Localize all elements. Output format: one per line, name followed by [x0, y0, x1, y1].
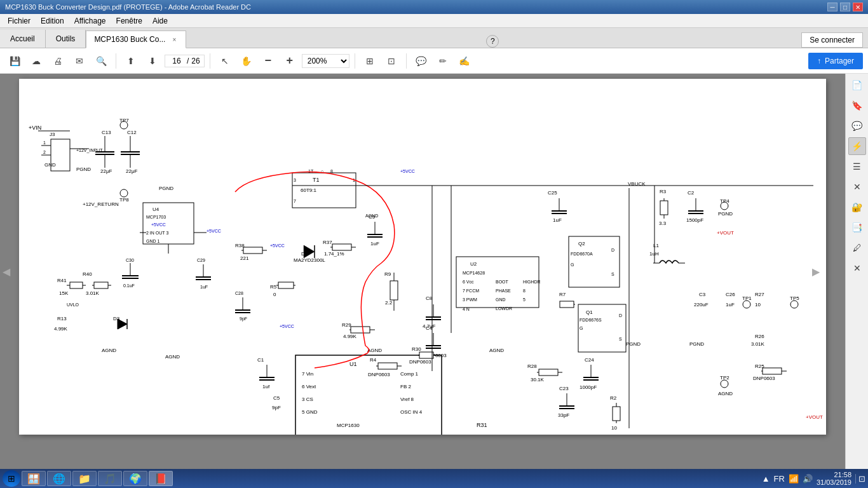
- tray-show-desktop[interactable]: ⊡: [855, 474, 865, 484]
- share-button[interactable]: ↑ Partager: [808, 53, 863, 69]
- separator-3: [355, 53, 355, 69]
- tray-expand[interactable]: ▲: [762, 474, 770, 484]
- sidebar-icon-x[interactable]: ✕: [848, 259, 866, 277]
- taskbar-item-media[interactable]: 🎵: [98, 471, 122, 486]
- svg-text:+5VCC: +5VCC: [151, 222, 166, 227]
- prev-page-button[interactable]: ⬆: [121, 51, 140, 71]
- tray-network[interactable]: 📶: [789, 474, 799, 484]
- menu-fichier[interactable]: Fichier: [3, 14, 36, 27]
- hand-tool-button[interactable]: ✋: [237, 51, 256, 71]
- svg-text:UVLO: UVLO: [67, 302, 79, 307]
- svg-text:7: 7: [294, 199, 296, 203]
- tab-accueil[interactable]: Accueil: [0, 30, 46, 48]
- svg-text:+12V_RETURN: +12V_RETURN: [83, 201, 119, 207]
- scroll-left-arrow[interactable]: ◀: [3, 266, 10, 278]
- svg-text:+VOUT: +VOUT: [806, 414, 823, 420]
- svg-text:AGND: AGND: [367, 348, 382, 353]
- marquee-zoom-button[interactable]: ⊡: [382, 51, 401, 71]
- svg-rect-242: [419, 352, 433, 358]
- fit-page-button[interactable]: ⊞: [360, 51, 379, 71]
- svg-text:C1: C1: [257, 357, 264, 363]
- cloud-button[interactable]: ☁: [27, 51, 46, 71]
- menu-fenetre[interactable]: Fenêtre: [111, 14, 147, 27]
- taskbar-item-files[interactable]: 📁: [72, 471, 97, 486]
- scroll-right-arrow[interactable]: ▶: [812, 266, 820, 278]
- menu-aide[interactable]: Aide: [147, 14, 173, 27]
- pdf-area[interactable]: ◀ +VIN J3 1 2 GND +12V_INPUT: [0, 74, 845, 469]
- menu-edition[interactable]: Edition: [36, 14, 69, 27]
- zoom-in-button[interactable]: +: [280, 51, 299, 71]
- svg-rect-114: [351, 327, 370, 333]
- taskbar-item-explorer[interactable]: 🪟: [22, 471, 46, 486]
- start-button[interactable]: ⊞: [3, 470, 20, 487]
- svg-text:2: 2: [43, 150, 46, 154]
- maximize-button[interactable]: □: [840, 3, 850, 11]
- svg-text:R5: R5: [270, 284, 277, 290]
- svg-text:DNP0603: DNP0603: [753, 376, 775, 381]
- tray-volume[interactable]: 🔊: [803, 474, 813, 484]
- taskbar: ⊞ 🪟 🌐 📁 🎵 🌍 📕 ▲ FR 📶 🔊 21:58 31/03/2019 …: [0, 469, 868, 488]
- svg-rect-31: [143, 203, 194, 244]
- zoom-select[interactable]: 200% 100% 150% 50% Fit Page: [302, 54, 349, 68]
- sidebar-icon-document[interactable]: 📄: [848, 76, 866, 94]
- svg-rect-42: [70, 282, 83, 288]
- taskbar-item-chrome[interactable]: 🌍: [123, 471, 147, 486]
- markup-button[interactable]: ✍: [455, 51, 474, 71]
- sidebar-icon-comment[interactable]: 💬: [848, 117, 866, 135]
- tab-bar: Accueil Outils MCP1630 Buck Co... × ? Se…: [0, 28, 868, 48]
- sidebar-icon-menu[interactable]: ☰: [848, 158, 866, 175]
- taskbar-item-acrobat[interactable]: 📕: [149, 471, 173, 486]
- tab-close-button[interactable]: ×: [170, 36, 178, 44]
- svg-text:C5: C5: [273, 395, 280, 401]
- svg-text:C25: C25: [548, 190, 557, 196]
- sidebar-icon-close[interactable]: ✕: [848, 178, 866, 196]
- svg-text:C2: C2: [688, 190, 695, 196]
- svg-text:J3: J3: [50, 132, 55, 137]
- zoom-out-button[interactable]: −: [259, 51, 278, 71]
- menu-affichage[interactable]: Affichage: [69, 14, 111, 27]
- svg-text:G: G: [571, 262, 574, 267]
- svg-text:R28: R28: [527, 363, 537, 369]
- search-button[interactable]: 🔍: [92, 51, 111, 71]
- svg-text:MCP1703: MCP1703: [146, 215, 166, 219]
- svg-text:+5VCC: +5VCC: [270, 243, 285, 248]
- tray-lang: FR: [774, 474, 785, 484]
- tab-pdf-active[interactable]: MCP1630 Buck Co... ×: [86, 30, 186, 48]
- svg-text:PGND: PGND: [159, 186, 173, 191]
- svg-text:MCP14628: MCP14628: [463, 271, 485, 275]
- svg-rect-75: [243, 247, 262, 254]
- svg-rect-190: [560, 301, 574, 308]
- svg-text:Vref  8: Vref 8: [400, 396, 414, 402]
- title-controls: ─ □ ✕: [827, 3, 863, 11]
- comment-button[interactable]: 💬: [412, 51, 431, 71]
- next-page-button[interactable]: ⬇: [143, 51, 162, 71]
- close-button[interactable]: ✕: [853, 3, 863, 11]
- tab-outils[interactable]: Outils: [46, 30, 86, 48]
- save-button[interactable]: 💾: [5, 51, 24, 71]
- svg-text:Comp  1: Comp 1: [400, 371, 419, 377]
- taskbar-item-ie[interactable]: 🌐: [47, 471, 71, 486]
- svg-text:1.74_1%: 1.74_1%: [324, 251, 344, 257]
- svg-text:R13: R13: [57, 316, 67, 322]
- mail-button[interactable]: ✉: [70, 51, 89, 71]
- svg-text:1uF: 1uF: [200, 285, 208, 289]
- svg-rect-110: [390, 281, 398, 300]
- svg-text:S: S: [611, 272, 614, 276]
- svg-text:3.01K: 3.01K: [86, 290, 100, 296]
- connect-button[interactable]: Se connecter: [801, 32, 863, 48]
- sidebar-icon-bookmark[interactable]: 🔖: [848, 97, 866, 114]
- pdf-page: +VIN J3 1 2 GND +12V_INPUT C13 22μ: [19, 79, 826, 435]
- help-icon[interactable]: ?: [486, 35, 499, 48]
- sidebar-icon-pages[interactable]: 📑: [848, 219, 866, 236]
- highlight-button[interactable]: ✏: [433, 51, 452, 71]
- print-button[interactable]: 🖨: [48, 51, 67, 71]
- page-input[interactable]: [168, 57, 186, 65]
- sidebar-icon-sign[interactable]: 🖊: [848, 239, 866, 257]
- share-icon: ↑: [817, 57, 821, 65]
- svg-text:L1: L1: [653, 243, 659, 248]
- minimize-button[interactable]: ─: [827, 3, 837, 11]
- sidebar-icon-tools[interactable]: ⚡: [848, 137, 866, 155]
- sidebar-icon-protect[interactable]: 🔐: [848, 198, 866, 216]
- svg-text:C13: C13: [102, 130, 111, 135]
- cursor-tool-button[interactable]: ↖: [215, 51, 234, 71]
